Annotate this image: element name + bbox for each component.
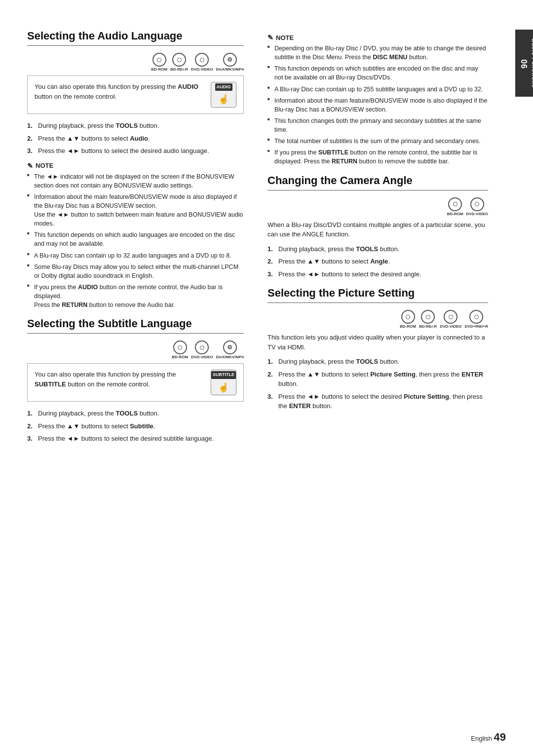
step-num-1: 1. (27, 121, 38, 131)
cam-step-text-1: During playback, press the TOOLS button. (278, 244, 488, 254)
pic-disc-label-bd-rom: BD-ROM (400, 324, 416, 329)
disc-label-bd-rom: BD-ROM (151, 67, 167, 72)
picture-step-2: 2. Press the ▲▼ buttons to select Pictur… (267, 370, 488, 389)
sub-disc-label-bd-rom: BD-ROM (172, 355, 188, 359)
camera-step-3: 3. Press the ◄► buttons to select the de… (267, 269, 488, 279)
sub-step-text-2: Press the ▲▼ buttons to select Subtitle. (38, 421, 244, 431)
audio-note-title: ✎ NOTE (27, 162, 244, 170)
cam-disc-label-dvd-video: DVD-VIDEO (466, 212, 488, 216)
subtitle-note-item-3: A Blu-ray Disc can contain up to 255 sub… (267, 85, 488, 94)
disc-icon-divx (223, 53, 237, 67)
cam-step-num-3: 3. (267, 269, 278, 279)
cam-disc-icon-bd-rom (448, 197, 462, 211)
camera-step-1: 1. During playback, press the TOOLS butt… (267, 244, 488, 254)
audio-disc-badges: BD-ROM BD-RE/-R DVD-VIDEO DivX/MKV/MP4 (27, 53, 244, 72)
disc-badge-bd-re-r: BD-RE/-R (170, 53, 188, 72)
audio-note-item-6: If you press the AUDIO button on the rem… (27, 283, 244, 309)
sub-disc-icon-divx (223, 340, 237, 354)
page-footer: English 49 (471, 731, 506, 744)
cam-step-text-2: Press the ▲▼ buttons to select Angle. (278, 257, 488, 266)
pic-disc-icon-dvd-rw (469, 310, 483, 324)
language-label: English (471, 735, 492, 742)
sub-disc-label-dvd-video: DVD-VIDEO (191, 355, 213, 359)
subtitle-language-section: Selecting the Subtitle Language BD-ROM D… (27, 317, 244, 444)
picture-setting-section: Selecting the Picture Setting BD-ROM BD-… (267, 287, 488, 411)
audio-remote-button: AUDIO ☝ (211, 82, 236, 108)
subtitle-note-item-7: If you press the SUBTITLE button on the … (267, 148, 488, 166)
note-pencil-icon: ✎ (27, 162, 33, 170)
page-number: 49 (494, 731, 506, 743)
sub-step-num-2: 2. (27, 421, 38, 431)
hand-icon-2: ☝ (218, 381, 229, 394)
pic-disc-badge-bd-rom: BD-ROM (400, 310, 416, 329)
audio-note-section: ✎ NOTE The ◄► indicator will not be disp… (27, 162, 244, 310)
pic-step-text-3: Press the ◄► buttons to select the desir… (278, 392, 488, 411)
subtitle-note-title: ✎ NOTE (267, 34, 488, 41)
disc-label-divx: DivX/MKV/MP4 (216, 67, 244, 72)
pic-step-num-2: 2. (267, 370, 278, 389)
picture-step-1: 1. During playback, press the TOOLS butt… (267, 357, 488, 367)
cam-disc-icon-dvd-video (470, 197, 484, 211)
picture-disc-badges: BD-ROM BD-RE/-R DVD-VIDEO DVD+RW/+R (267, 310, 488, 329)
disc-badge-bd-rom: BD-ROM (151, 53, 167, 72)
disc-icon-bd-re-r (172, 53, 186, 67)
subtitle-note-list: Depending on the Blu-ray Disc / DVD, you… (267, 44, 488, 166)
disc-badge-dvd-video: DVD-VIDEO (191, 53, 213, 72)
audio-note-item-2: Information about the main feature/BONUS… (27, 192, 244, 228)
subtitle-note-label: NOTE (276, 34, 294, 41)
camera-step-2: 2. Press the ▲▼ buttons to select Angle. (267, 257, 488, 266)
sub-disc-icon-bd-rom (173, 340, 187, 354)
pic-step-num-1: 1. (267, 357, 278, 367)
audio-note-item-4: A Blu-ray Disc can contain up to 32 audi… (27, 251, 244, 260)
pic-disc-label-bd-re-r: BD-RE/-R (419, 324, 437, 329)
sub-disc-badge-dvd-video: DVD-VIDEO (191, 340, 213, 359)
pic-disc-badge-bd-re-r: BD-RE/-R (419, 310, 437, 329)
pic-disc-icon-bd-rom (401, 310, 415, 324)
cam-step-num-1: 1. (267, 244, 278, 254)
audio-language-section: Selecting the Audio Language BD-ROM BD-R… (27, 30, 244, 309)
audio-info-box: You can also operate this function by pr… (27, 76, 244, 114)
pic-step-num-3: 3. (267, 392, 278, 411)
sub-step-text-3: Press the ◄► buttons to select the desir… (38, 434, 244, 444)
cam-disc-badge-dvd-video: DVD-VIDEO (466, 197, 488, 216)
subtitle-info-box: You can also operate this function by pr… (27, 363, 244, 402)
sub-step-num-3: 3. (27, 434, 38, 444)
step-num-2: 2. (27, 134, 38, 144)
step-num-3: 3. (27, 146, 38, 156)
audio-step-2: 2. Press the ▲▼ buttons to select Audio. (27, 134, 244, 144)
page-container: 06 Basic Functions Selecting the Audio L… (0, 0, 533, 756)
subtitle-step-2: 2. Press the ▲▼ buttons to select Subtit… (27, 421, 244, 431)
pic-disc-badge-dvd-rw: DVD+RW/+R (465, 310, 488, 329)
sub-disc-badge-bd-rom: BD-ROM (172, 340, 188, 359)
chapter-title: Basic Functions (531, 38, 533, 88)
subtitle-disc-badges: BD-ROM DVD-VIDEO DivX/MKV/MP4 (27, 340, 244, 359)
pic-disc-label-dvd-video: DVD-VIDEO (440, 324, 461, 329)
pic-step-text-1: During playback, press the TOOLS button. (278, 357, 488, 367)
pic-disc-badge-dvd-video: DVD-VIDEO (440, 310, 461, 329)
audio-note-label: NOTE (36, 162, 53, 169)
subtitle-step-3: 3. Press the ◄► buttons to select the de… (27, 434, 244, 444)
sub-disc-badge-divx: DivX/MKV/MP4 (216, 340, 244, 359)
sub-disc-icon-dvd-video (195, 340, 209, 354)
audio-note-item-3: This function depends on which audio lan… (27, 230, 244, 248)
audio-note-item-5: Some Blu-ray Discs may allow you to sele… (27, 263, 244, 280)
pic-disc-icon-bd-re-r (421, 310, 435, 324)
audio-step-1: 1. During playback, press the TOOLS butt… (27, 121, 244, 131)
subtitle-button-label: SUBTITLE (211, 371, 236, 379)
sub-step-num-1: 1. (27, 409, 38, 418)
disc-icon-dvd-video (195, 53, 209, 67)
audio-note-list: The ◄► indicator will not be displayed o… (27, 172, 244, 310)
subtitle-step-1: 1. During playback, press the TOOLS butt… (27, 409, 244, 418)
subtitle-note-item-1: Depending on the Blu-ray Disc / DVD, you… (267, 44, 488, 62)
disc-label-bd-re-r: BD-RE/-R (170, 67, 188, 72)
cam-step-text-3: Press the ◄► buttons to select the desir… (278, 269, 488, 279)
subtitle-remote-button: SUBTITLE ☝ (211, 370, 236, 395)
chapter-side-tab: 06 Basic Functions (515, 30, 533, 97)
subtitle-note-item-2: This function depends on which subtitles… (267, 64, 488, 82)
pic-disc-icon-dvd-video (444, 310, 457, 324)
cam-disc-label-bd-rom: BD-ROM (447, 212, 463, 216)
subtitle-note-item-5: This function changes both the primary a… (267, 116, 488, 134)
picture-setting-intro: This function lets you adjust video qual… (267, 333, 488, 352)
camera-angle-section: Changing the Camera Angle BD-ROM DVD-VID… (267, 174, 488, 279)
pic-disc-label-dvd-rw: DVD+RW/+R (465, 324, 488, 329)
